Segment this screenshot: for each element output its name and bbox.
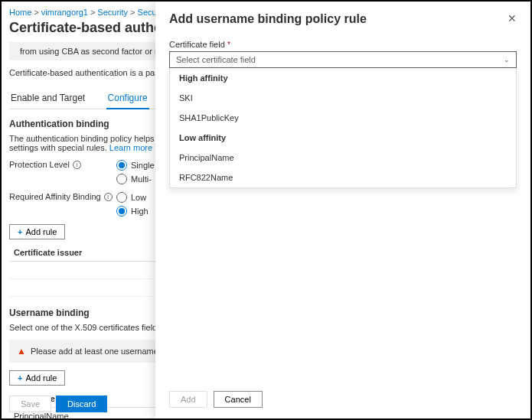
warning-icon: ▲: [17, 346, 26, 357]
save-button: Save: [9, 396, 51, 412]
dropdown-item-principalname[interactable]: PrincipalName: [170, 148, 516, 168]
dropdown-group-low: Low affinity: [170, 128, 516, 148]
discard-button[interactable]: Discard: [56, 396, 107, 412]
info-icon[interactable]: i: [104, 193, 113, 201]
learn-more-link[interactable]: Learn more: [109, 143, 152, 152]
plus-icon: +: [18, 373, 22, 383]
dropdown-item-sha1[interactable]: SHA1PublicKey: [170, 108, 516, 128]
panel-cancel-button[interactable]: Cancel: [214, 391, 263, 408]
tab-enable-target[interactable]: Enable and Target: [9, 88, 86, 108]
panel-title: Add username binding policy rule: [169, 12, 367, 26]
add-rule-button-1[interactable]: +Add rule: [9, 224, 65, 239]
protection-single-radio[interactable]: Single: [116, 160, 155, 171]
breadcrumb-org[interactable]: vimrangorg1: [41, 8, 88, 17]
affinity-high-radio[interactable]: High: [116, 206, 149, 217]
close-icon[interactable]: ✕: [508, 12, 517, 24]
plus-icon: +: [18, 227, 22, 236]
info-icon[interactable]: i: [73, 161, 81, 169]
add-rule-button-2[interactable]: +Add rule: [9, 370, 65, 386]
breadcrumb-home[interactable]: Home: [9, 8, 31, 17]
tab-configure[interactable]: Configure: [106, 88, 149, 109]
dropdown-group-high: High affinity: [170, 68, 516, 88]
protection-multi-radio[interactable]: Multi-: [116, 174, 155, 184]
dropdown-item-rfc822name[interactable]: RFC822Name: [170, 168, 516, 187]
certificate-field-dropdown: High affinity SKI SHA1PublicKey Low affi…: [169, 68, 517, 188]
certificate-field-select[interactable]: Select certificate field ⌄: [169, 51, 517, 68]
chevron-down-icon: ⌄: [504, 56, 510, 63]
certificate-field-label: Certificate field *: [169, 40, 517, 49]
panel-add-button: Add: [169, 391, 207, 408]
affinity-binding-label: Required Affinity Binding i: [9, 192, 116, 201]
dropdown-item-ski[interactable]: SKI: [170, 88, 516, 108]
breadcrumb-security1[interactable]: Security: [97, 8, 128, 17]
protection-level-label: Protection Level i: [9, 160, 116, 169]
affinity-low-radio[interactable]: Low: [116, 192, 149, 203]
add-rule-panel: Add username binding policy rule ✕ Certi…: [155, 2, 530, 418]
